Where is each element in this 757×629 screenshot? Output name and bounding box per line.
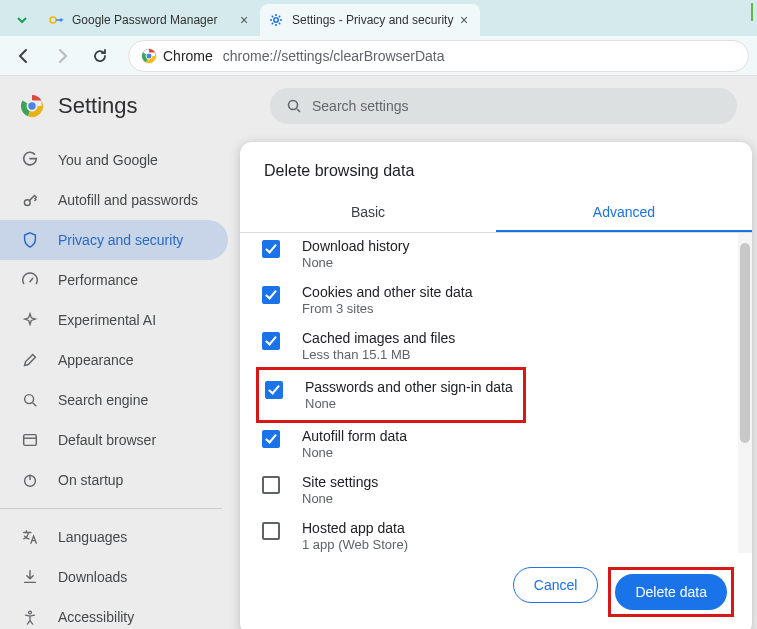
checkbox[interactable] bbox=[262, 522, 280, 540]
tab-advanced[interactable]: Advanced bbox=[496, 194, 752, 232]
row-primary: Cookies and other site data bbox=[302, 284, 472, 300]
row-primary: Autofill form data bbox=[302, 428, 407, 444]
scrollbar-thumb[interactable] bbox=[740, 243, 750, 443]
row-cached-images[interactable]: Cached images and files Less than 15.1 M… bbox=[260, 323, 744, 369]
row-primary: Cached images and files bbox=[302, 330, 455, 346]
svg-point-1 bbox=[274, 18, 278, 22]
url-text: chrome://settings/clearBrowserData bbox=[223, 48, 445, 64]
checkbox[interactable] bbox=[262, 240, 280, 258]
checkbox[interactable] bbox=[262, 286, 280, 304]
key-icon bbox=[48, 12, 64, 28]
tab-title: Settings - Privacy and security bbox=[292, 13, 456, 27]
delete-data-button[interactable]: Delete data bbox=[615, 574, 727, 610]
close-icon[interactable]: × bbox=[456, 12, 472, 28]
row-secondary: Less than 15.1 MB bbox=[302, 347, 455, 362]
row-secondary: None bbox=[305, 396, 513, 411]
dialog-body: Download history None Cookies and other … bbox=[240, 233, 752, 553]
row-primary: Hosted app data bbox=[302, 520, 408, 536]
row-passwords[interactable]: Passwords and other sign-in data None bbox=[263, 372, 519, 418]
row-cookies[interactable]: Cookies and other site data From 3 sites bbox=[260, 277, 744, 323]
row-secondary: None bbox=[302, 445, 407, 460]
row-secondary: None bbox=[302, 491, 378, 506]
gear-icon bbox=[268, 12, 284, 28]
cancel-button[interactable]: Cancel bbox=[513, 567, 599, 603]
row-download-history[interactable]: Download history None bbox=[260, 233, 744, 277]
checkbox[interactable] bbox=[262, 332, 280, 350]
checkbox[interactable] bbox=[262, 430, 280, 448]
back-button[interactable] bbox=[8, 40, 40, 72]
dialog-tabs: Basic Advanced bbox=[240, 194, 752, 233]
row-primary: Site settings bbox=[302, 474, 378, 490]
tab-search-dropdown[interactable] bbox=[8, 6, 36, 34]
address-bar[interactable]: Chrome chrome://settings/clearBrowserDat… bbox=[128, 40, 749, 72]
delete-browsing-data-dialog: Delete browsing data Basic Advanced Down… bbox=[240, 142, 752, 629]
row-secondary: 1 app (Web Store) bbox=[302, 537, 408, 552]
dialog-title: Delete browsing data bbox=[240, 142, 752, 194]
tab-settings[interactable]: Settings - Privacy and security × bbox=[260, 4, 480, 36]
tab-strip: Google Password Manager × Settings - Pri… bbox=[0, 0, 757, 36]
row-site-settings[interactable]: Site settings None bbox=[260, 467, 744, 513]
row-hosted-app[interactable]: Hosted app data 1 app (Web Store) bbox=[260, 513, 744, 553]
chrome-label: Chrome bbox=[163, 48, 213, 64]
window-accent bbox=[751, 3, 753, 21]
chrome-icon bbox=[141, 48, 157, 64]
tab-title: Google Password Manager bbox=[72, 13, 236, 27]
close-icon[interactable]: × bbox=[236, 12, 252, 28]
reload-button[interactable] bbox=[84, 40, 116, 72]
tab-password-manager[interactable]: Google Password Manager × bbox=[40, 4, 260, 36]
checkbox[interactable] bbox=[265, 381, 283, 399]
svg-point-4 bbox=[146, 53, 152, 59]
tab-basic[interactable]: Basic bbox=[240, 194, 496, 232]
highlight-annotation: Delete data bbox=[608, 567, 734, 617]
row-primary: Download history bbox=[302, 238, 409, 254]
scrollbar[interactable] bbox=[738, 233, 752, 553]
row-secondary: None bbox=[302, 255, 409, 270]
forward-button[interactable] bbox=[46, 40, 78, 72]
dialog-footer: Cancel Delete data bbox=[240, 553, 752, 629]
row-autofill[interactable]: Autofill form data None bbox=[260, 421, 744, 467]
svg-point-0 bbox=[50, 17, 56, 23]
row-secondary: From 3 sites bbox=[302, 301, 472, 316]
checkbox[interactable] bbox=[262, 476, 280, 494]
toolbar: Chrome chrome://settings/clearBrowserDat… bbox=[0, 36, 757, 76]
row-primary: Passwords and other sign-in data bbox=[305, 379, 513, 395]
